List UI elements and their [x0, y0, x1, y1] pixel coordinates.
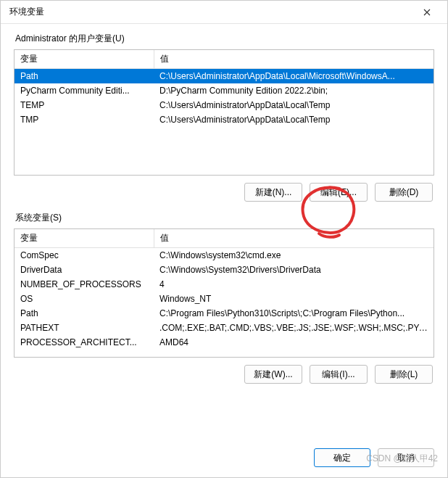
cell-name: OS	[14, 292, 154, 306]
sys-vars-label: 系统变量(S)	[14, 212, 434, 224]
cell-value: C:\Windows\System32\Drivers\DriverData	[154, 263, 434, 277]
cell-name: TEMP	[14, 98, 154, 112]
col-header-value[interactable]: 值	[154, 50, 434, 69]
cell-name: DriverData	[14, 263, 154, 277]
cell-value: .COM;.EXE;.BAT;.CMD;.VBS;.VBE;.JS;.JSE;.…	[154, 321, 434, 335]
cell-name: TMP	[14, 112, 154, 127]
window-title: 环境变量	[7, 6, 412, 18]
table-row[interactable]: PyCharm Community Editi... D:\PyCharm Co…	[14, 83, 434, 98]
table-row[interactable]: ComSpec C:\Windows\system32\cmd.exe	[14, 248, 434, 263]
table-row[interactable]: TEMP C:\Users\Administrator\AppData\Loca…	[14, 98, 434, 112]
cell-value: C:\Windows\system32\cmd.exe	[154, 248, 434, 263]
user-vars-table[interactable]: 变量 值 Path C:\Users\Administrator\AppData…	[14, 49, 434, 176]
col-header-name[interactable]: 变量	[14, 229, 154, 248]
delete-sys-var-button[interactable]: 删除(L)	[375, 365, 433, 384]
cell-value: C:\Users\Administrator\AppData\Local\Tem…	[154, 98, 434, 112]
cell-name: Path	[14, 306, 154, 321]
cell-value: C:\Users\Administrator\AppData\Local\Mic…	[154, 69, 434, 84]
table-header-row: 变量 值	[14, 50, 434, 69]
cell-value: C:\Users\Administrator\AppData\Local\Tem…	[154, 112, 434, 127]
cell-value: Windows_NT	[154, 292, 434, 306]
cell-name: ComSpec	[14, 248, 154, 263]
table-row[interactable]: TMP C:\Users\Administrator\AppData\Local…	[14, 112, 434, 127]
delete-user-var-button[interactable]: 删除(D)	[375, 183, 433, 202]
table-row[interactable]: PATHEXT .COM;.EXE;.BAT;.CMD;.VBS;.VBE;.J…	[14, 321, 434, 335]
sys-vars-group: 系统变量(S) 变量 值 ComSpec C:\Windows\system32…	[14, 212, 434, 387]
table-row[interactable]: Path C:\Users\Administrator\AppData\Loca…	[14, 69, 434, 84]
table-spacer	[14, 350, 434, 357]
cancel-button[interactable]: 取消	[378, 448, 434, 467]
table-spacer	[14, 127, 434, 175]
cell-name: PATHEXT	[14, 321, 154, 335]
cell-name: PyCharm Community Editi...	[14, 83, 154, 98]
cell-value: AMD64	[154, 335, 434, 350]
user-vars-group: Administrator 的用户变量(U) 变量 值 Path C:\User…	[14, 33, 434, 205]
env-vars-dialog: 环境变量 Administrator 的用户变量(U) 变量 值	[0, 0, 448, 478]
cell-value: C:\Program Files\Python310\Scripts\;C:\P…	[154, 306, 434, 321]
close-icon[interactable]	[412, 2, 441, 22]
table-row[interactable]: NUMBER_OF_PROCESSORS 4	[14, 277, 434, 292]
table-header-row: 变量 值	[14, 229, 434, 248]
table-row[interactable]: PROCESSOR_ARCHITECT... AMD64	[14, 335, 434, 350]
new-sys-var-button[interactable]: 新建(W)...	[244, 365, 302, 384]
cell-name: PROCESSOR_ARCHITECT...	[14, 335, 154, 350]
sys-vars-buttons: 新建(W)... 编辑(I)... 删除(L)	[14, 358, 434, 387]
table-row[interactable]: DriverData C:\Windows\System32\Drivers\D…	[14, 263, 434, 277]
table-row[interactable]: OS Windows_NT	[14, 292, 434, 306]
col-header-name[interactable]: 变量	[14, 50, 154, 69]
cell-value: 4	[154, 277, 434, 292]
cell-name: Path	[14, 69, 154, 84]
col-header-value[interactable]: 值	[154, 229, 434, 248]
cell-name: NUMBER_OF_PROCESSORS	[14, 277, 154, 292]
dialog-content: Administrator 的用户变量(U) 变量 值 Path C:\User…	[1, 24, 447, 441]
dialog-footer: 确定 取消	[1, 441, 447, 477]
new-user-var-button[interactable]: 新建(N)...	[244, 183, 302, 202]
table-row[interactable]: Path C:\Program Files\Python310\Scripts\…	[14, 306, 434, 321]
user-vars-buttons: 新建(N)... 编辑(E)... 删除(D)	[14, 176, 434, 205]
ok-button[interactable]: 确定	[314, 448, 370, 467]
edit-user-var-button[interactable]: 编辑(E)...	[310, 183, 368, 202]
titlebar: 环境变量	[1, 1, 447, 24]
cell-value: D:\PyCharm Community Edition 2022.2\bin;	[154, 83, 434, 98]
edit-sys-var-button[interactable]: 编辑(I)...	[310, 365, 368, 384]
sys-vars-table[interactable]: 变量 值 ComSpec C:\Windows\system32\cmd.exe…	[14, 228, 434, 358]
user-vars-label: Administrator 的用户变量(U)	[14, 33, 434, 45]
